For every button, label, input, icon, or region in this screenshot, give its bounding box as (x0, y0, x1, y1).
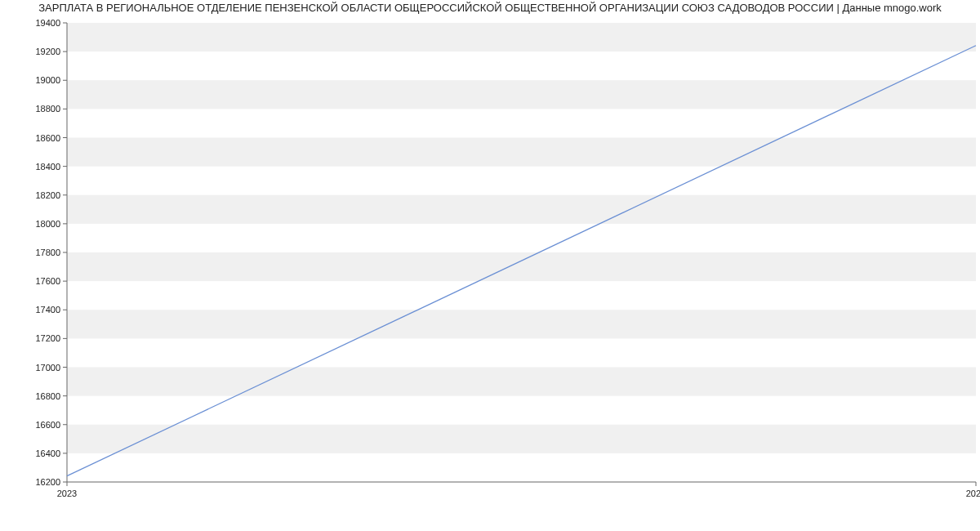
y-tick-label: 18000 (35, 219, 60, 229)
y-tick-label: 17800 (35, 248, 60, 257)
y-tick-label: 18400 (35, 162, 60, 172)
y-tick-label: 19400 (35, 18, 60, 28)
y-tick-label: 18800 (35, 104, 60, 114)
grid-band (67, 80, 976, 109)
y-tick-label: 18200 (35, 190, 60, 200)
y-tick-label: 17600 (35, 276, 60, 286)
grid-band (67, 252, 976, 281)
y-tick-label: 16800 (35, 391, 60, 401)
grid-band (67, 368, 976, 396)
y-tick-label: 16400 (35, 448, 60, 458)
y-tick-label: 17200 (35, 333, 60, 343)
y-tick-label: 19200 (35, 47, 60, 56)
grid-band (67, 138, 976, 167)
y-tick-label: 19000 (35, 75, 60, 85)
x-tick-label: 2023 (57, 489, 77, 498)
grid-band (67, 425, 976, 453)
y-tick-label: 17000 (35, 363, 60, 373)
y-tick-label: 17400 (35, 305, 60, 315)
grid-band (67, 310, 976, 338)
grid-band (67, 195, 976, 224)
y-tick-label: 18600 (35, 133, 60, 143)
x-tick-label: 2024 (966, 489, 980, 498)
line-chart: 1620016400166001680017000172001740017600… (0, 0, 980, 531)
y-tick-label: 16200 (35, 477, 60, 487)
y-tick-label: 16600 (35, 420, 60, 430)
grid-band (67, 23, 976, 51)
